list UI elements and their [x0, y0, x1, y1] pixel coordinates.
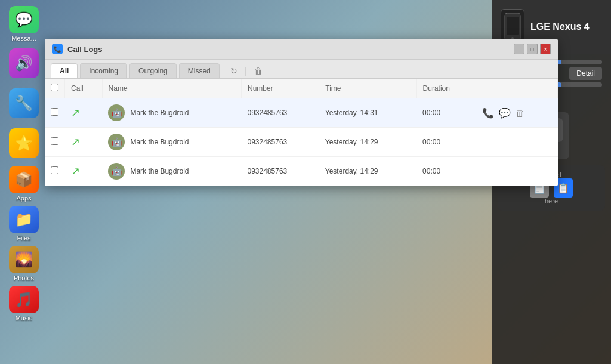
- delete-action-icon[interactable]: 🗑: [516, 108, 524, 118]
- sidebar-item-audio[interactable]: 🔊: [6, 46, 42, 82]
- contact-name: Mark the Bugdroid: [130, 138, 189, 146]
- row-time: Yesterday, 14:29: [319, 128, 416, 157]
- table-row: ↗ 🤖 Mark the Bugdroid 0932485763 Yesterd…: [45, 128, 558, 157]
- col-time: Time: [319, 79, 416, 98]
- call-logs-window: 📞 Call Logs – □ × All Incoming Outgoing …: [45, 39, 558, 186]
- row-call-type: ↗: [65, 98, 103, 128]
- incoming-arrow-icon: ↗: [71, 136, 80, 148]
- sidebar-label-photos: Photos: [14, 274, 34, 282]
- minimize-button[interactable]: –: [514, 44, 524, 54]
- row-time: Yesterday, 14:29: [319, 157, 416, 186]
- incoming-arrow-icon: ↗: [71, 107, 80, 119]
- svg-rect-1: [507, 17, 519, 35]
- sidebar-item-apps[interactable]: 📦 Apps: [6, 166, 42, 202]
- tab-all[interactable]: All: [51, 63, 78, 78]
- window-titlebar: 📞 Call Logs – □ ×: [45, 39, 558, 60]
- table-row: ↗ 🤖 Mark the Bugdroid 0932485763 Yesterd…: [45, 98, 558, 128]
- row-checkbox[interactable]: [51, 108, 58, 116]
- row-action-cell: 📞 💬 🗑: [476, 98, 558, 128]
- window-controls: – □ ×: [514, 44, 551, 54]
- select-all-checkbox[interactable]: [51, 84, 58, 91]
- drop-label: here: [504, 198, 599, 205]
- window-title: Call Logs: [67, 45, 509, 54]
- sidebar-item-messages[interactable]: 💬 Messa...: [6, 6, 42, 42]
- sidebar-label-music: Music: [16, 314, 33, 322]
- window-app-icon: 📞: [52, 44, 63, 54]
- tab-outgoing[interactable]: Outgoing: [129, 63, 177, 78]
- avatar: 🤖: [108, 163, 125, 180]
- refresh-button[interactable]: ↻: [228, 65, 240, 77]
- row-name: 🤖 Mark the Bugdroid: [102, 98, 241, 128]
- col-number: Number: [242, 79, 319, 98]
- tab-incoming[interactable]: Incoming: [80, 63, 127, 78]
- incoming-arrow-icon: ↗: [71, 165, 80, 177]
- row-checkbox-cell: [45, 128, 65, 157]
- col-checkbox: [45, 79, 65, 98]
- sidebar-item-tool[interactable]: 🔧: [6, 86, 42, 122]
- contact-name: Mark the Bugdroid: [130, 167, 189, 175]
- col-duration: Duration: [416, 79, 476, 98]
- row-duration: 00:00: [416, 157, 476, 186]
- sidebar-item-music[interactable]: 🎵 Music: [6, 286, 42, 322]
- avatar: 🤖: [108, 134, 125, 150]
- detail-button[interactable]: Detail: [569, 67, 602, 80]
- row-duration: 00:00: [416, 98, 476, 128]
- call-log-table-container: Call Name Number Time Duration ↗ 🤖 Mark …: [45, 79, 558, 186]
- maximize-button[interactable]: □: [527, 44, 538, 54]
- call-log-table: Call Name Number Time Duration ↗ 🤖 Mark …: [45, 79, 558, 186]
- row-name: 🤖 Mark the Bugdroid: [102, 157, 241, 186]
- tabs-bar: All Incoming Outgoing Missed ↻ | 🗑: [45, 60, 558, 79]
- row-number: 0932485763: [242, 98, 319, 128]
- sidebar: 💬 Messa... 🔊 🔧 ⭐ 📦 Apps 📁 Files 🌄 Photos…: [0, 0, 48, 364]
- col-name: Name: [102, 79, 241, 98]
- col-actions: [476, 79, 558, 98]
- tab-actions: ↻ | 🗑: [228, 65, 265, 77]
- row-call-type: ↗: [65, 157, 103, 186]
- row-checkbox[interactable]: [51, 137, 58, 145]
- sidebar-label-messages: Messa...: [11, 35, 36, 42]
- sidebar-label-files: Files: [17, 235, 30, 242]
- delete-button[interactable]: 🗑: [252, 65, 265, 77]
- sidebar-item-files[interactable]: 📁 Files: [6, 206, 42, 242]
- row-action-cell: [476, 157, 558, 186]
- tab-missed[interactable]: Missed: [179, 63, 220, 78]
- row-checkbox-cell: [45, 98, 65, 128]
- table-row: ↗ 🤖 Mark the Bugdroid 0932485763 Yesterd…: [45, 157, 558, 186]
- row-number: 0932485763: [242, 157, 319, 186]
- sidebar-label-apps: Apps: [16, 195, 31, 202]
- device-name: LGE Nexus 4: [530, 21, 590, 32]
- avatar: 🤖: [108, 104, 125, 121]
- table-header-row: Call Name Number Time Duration: [45, 79, 558, 98]
- row-duration: 00:00: [416, 128, 476, 157]
- contact-name: Mark the Bugdroid: [130, 109, 189, 117]
- sidebar-item-photos[interactable]: 🌄 Photos: [6, 246, 42, 282]
- row-time: Yesterday, 14:31: [319, 98, 416, 128]
- message-action-icon[interactable]: 💬: [499, 107, 511, 119]
- close-button[interactable]: ×: [540, 44, 551, 54]
- separator: |: [245, 66, 247, 76]
- row-checkbox[interactable]: [51, 166, 58, 174]
- row-call-type: ↗: [65, 128, 103, 157]
- row-checkbox-cell: [45, 157, 65, 186]
- row-name: 🤖 Mark the Bugdroid: [102, 128, 241, 157]
- col-call: Call: [65, 79, 103, 98]
- row-number: 0932485763: [242, 128, 319, 157]
- sidebar-item-star[interactable]: ⭐: [6, 126, 42, 162]
- row-action-cell: [476, 128, 558, 157]
- call-action-icon[interactable]: 📞: [482, 107, 494, 119]
- row-actions: 📞 💬 🗑: [482, 107, 552, 119]
